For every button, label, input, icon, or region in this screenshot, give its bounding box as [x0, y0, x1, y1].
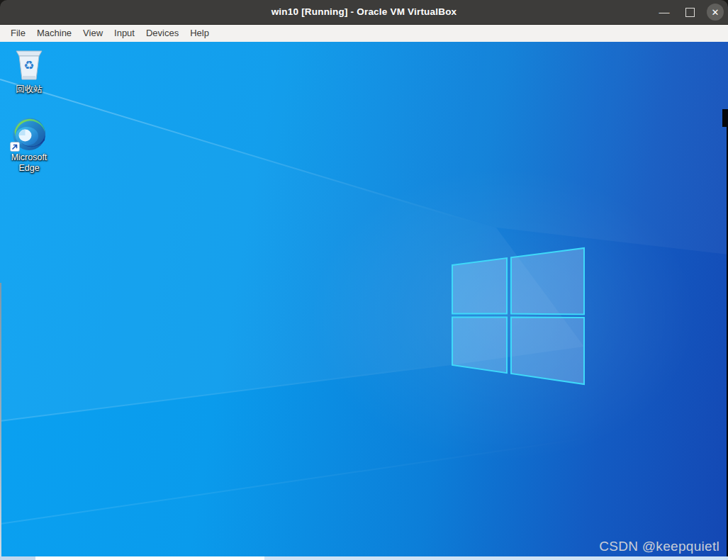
guest-desktop[interactable]: ♻ 回收站 — [0, 42, 728, 560]
close-button[interactable]: ✕ — [707, 4, 724, 21]
window-controls: — ✕ — [656, 0, 724, 24]
desktop-icon-recycle-bin[interactable]: ♻ 回收站 — [4, 47, 55, 95]
menu-file[interactable]: File — [5, 25, 31, 42]
watermark: CSDN @keepquietl — [599, 539, 719, 554]
recycle-bin-icon: ♻ — [13, 47, 45, 83]
menubar: File Machine View Input Devices Help — [0, 25, 728, 42]
titlebar[interactable]: win10 [Running] - Oracle VM VirtualBox —… — [0, 0, 728, 25]
menu-input[interactable]: Input — [108, 25, 140, 42]
svg-text:♻: ♻ — [23, 58, 34, 72]
icon-label: Microsoft Edge — [4, 152, 54, 174]
taskbar-sliver-segment — [264, 556, 728, 560]
windows-logo — [447, 244, 588, 389]
icon-label: 回收站 — [16, 84, 43, 95]
virtualbox-window: win10 [Running] - Oracle VM VirtualBox —… — [0, 0, 728, 560]
maximize-icon — [685, 8, 695, 17]
left-edge-strip — [0, 283, 1, 560]
desktop-icon-microsoft-edge[interactable]: Microsoft Edge — [4, 117, 55, 174]
maximize-button[interactable] — [681, 4, 698, 21]
menu-view[interactable]: View — [77, 25, 108, 42]
minimize-button[interactable]: — — [656, 4, 673, 21]
menu-devices[interactable]: Devices — [140, 25, 184, 42]
shortcut-arrow-icon — [10, 142, 20, 152]
menu-machine[interactable]: Machine — [31, 25, 77, 42]
menu-help[interactable]: Help — [184, 25, 215, 42]
taskbar-sliver — [0, 556, 728, 560]
taskbar-sliver-segment — [35, 556, 264, 560]
taskbar-sliver-segment — [0, 556, 35, 560]
right-edge-notch — [722, 109, 728, 127]
window-title: win10 [Running] - Oracle VM VirtualBox — [0, 0, 728, 24]
